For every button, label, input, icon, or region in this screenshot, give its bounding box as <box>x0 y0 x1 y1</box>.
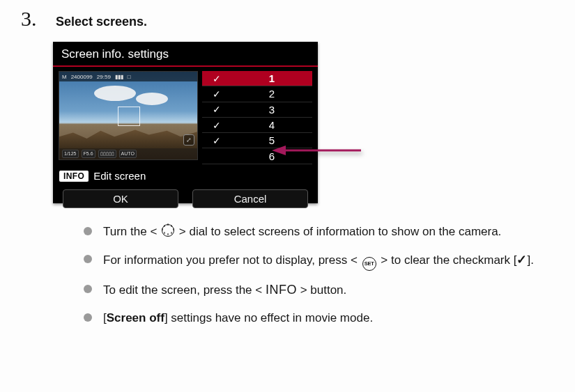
record-time: 29:59 <box>97 74 111 80</box>
screen-number: 5 <box>231 134 312 146</box>
camera-screen-title: Screen info. settings <box>53 42 318 63</box>
preview-top-overlay: M 2400099 29:59 ▮▮▮ □ <box>59 72 197 81</box>
screen-list-item[interactable]: ✓ 4 <box>202 118 312 133</box>
text-fragment: > dial to select screens of information … <box>176 225 501 238</box>
info-edit-hint: INFO Edit screen <box>59 170 146 182</box>
instruction-text: For information you prefer not to displa… <box>103 251 534 271</box>
text-fragment: > to clear the checkmark [ <box>378 253 517 267</box>
info-text-icon: INFO <box>266 283 297 297</box>
checkmark-icon: ✓ <box>202 120 231 131</box>
preview-thumbnail: ⤢ M 2400099 29:59 ▮▮▮ □ 1/125 F5.6 ▯▯▯▯▯… <box>59 71 198 160</box>
screen-list-item[interactable]: ✓ 5 <box>202 133 312 148</box>
screen-off-label: Screen off <box>107 311 164 324</box>
screen-list-item[interactable]: ✓ 1 <box>202 71 312 86</box>
camera-button-row: OK Cancel <box>53 182 318 208</box>
battery-icon: ▮▮▮ <box>115 74 123 80</box>
aperture: F5.6 <box>82 150 95 158</box>
screen-list: ✓ 1 ✓ 2 ✓ 3 ✓ 4 ✓ 5 <box>202 71 312 164</box>
manual-page: 3. Select screens. Screen info. settings… <box>0 0 575 392</box>
screen-number: 2 <box>231 88 312 100</box>
screen-number: 3 <box>231 104 312 116</box>
text-fragment: Turn the < <box>103 225 160 238</box>
preview-bottom-overlay: 1/125 F5.6 ▯▯▯▯▯ AUTO <box>59 148 197 159</box>
checkmark-icon: ✓ <box>516 253 527 267</box>
shots-remaining: 2400099 <box>71 74 93 80</box>
instruction-text: To edit the screen, press the < INFO > b… <box>103 281 346 299</box>
checkmark-icon: ✓ <box>202 88 231 100</box>
screen-list-item[interactable]: 6 <box>202 148 312 164</box>
step-number: 3. <box>21 7 42 31</box>
text-fragment: ] settings have no effect in movie mode. <box>164 311 373 324</box>
step-title: Select screens. <box>56 15 147 29</box>
instruction-text: Turn the < > dial to select screens of i… <box>103 223 501 241</box>
bullet-icon <box>84 227 92 235</box>
shutter-speed: 1/125 <box>62 150 79 158</box>
camera-screen: Screen info. settings ⤢ M 2400099 29:59 … <box>53 42 318 203</box>
magnify-icon: ⤢ <box>183 134 194 146</box>
checkmark-icon: ✓ <box>202 73 231 84</box>
preview-cloud <box>136 93 168 105</box>
screen-number: 6 <box>231 150 312 162</box>
screen-number: 4 <box>231 119 312 131</box>
exposure-comp: ▯▯▯▯▯ <box>98 150 116 158</box>
info-badge: INFO <box>59 170 89 182</box>
ok-button[interactable]: OK <box>63 189 178 208</box>
instruction-text: [Screen off] settings have no effect in … <box>103 309 373 327</box>
text-fragment: ]. <box>527 253 533 267</box>
screen-list-item[interactable]: ✓ 2 <box>202 86 312 102</box>
instruction-item: For information you prefer not to displa… <box>84 251 554 271</box>
text-fragment: For information you prefer not to displa… <box>103 253 361 267</box>
mode-indicator: M <box>62 74 67 80</box>
checkmark-icon: ✓ <box>202 135 231 146</box>
bullet-icon <box>84 285 92 293</box>
text-fragment: > button. <box>297 283 346 297</box>
text-fragment: To edit the screen, press the < <box>103 283 266 297</box>
focus-box-icon <box>118 107 140 126</box>
iso-auto: AUTO <box>119 150 137 158</box>
checkmark-icon: ✓ <box>202 104 231 115</box>
cancel-button[interactable]: Cancel <box>192 189 308 208</box>
screen-list-item[interactable]: ✓ 3 <box>202 102 312 118</box>
preview-cloud <box>94 86 136 101</box>
instruction-list: Turn the < > dial to select screens of i… <box>84 223 554 327</box>
divider <box>53 65 318 67</box>
bullet-icon <box>84 313 92 322</box>
instruction-item: Turn the < > dial to select screens of i… <box>84 223 554 241</box>
screen-number: 1 <box>231 72 312 84</box>
instruction-item: To edit the screen, press the < INFO > b… <box>84 281 554 299</box>
dial-icon <box>162 224 174 237</box>
step-header: 3. Select screens. <box>21 7 554 31</box>
instruction-item: [Screen off] settings have no effect in … <box>84 309 554 327</box>
bullet-icon <box>84 255 92 263</box>
set-icon: SET <box>362 257 376 271</box>
aux-icon: □ <box>128 74 131 80</box>
camera-body: ⤢ M 2400099 29:59 ▮▮▮ □ 1/125 F5.6 ▯▯▯▯▯… <box>53 71 318 164</box>
edit-screen-label: Edit screen <box>93 170 146 182</box>
